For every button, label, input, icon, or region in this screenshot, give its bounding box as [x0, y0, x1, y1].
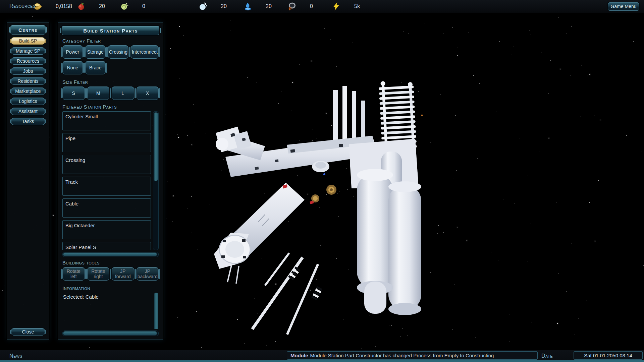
bottom-accent-strip: [0, 360, 644, 362]
sidebar-item-residents[interactable]: Residents: [11, 77, 45, 85]
resource-value: 0: [142, 3, 158, 9]
coins-icon: [34, 2, 42, 11]
category-none-button[interactable]: None: [62, 61, 83, 74]
part-item-crossing[interactable]: Crossing: [62, 155, 151, 174]
resource-counter: 0,0158: [34, 0, 72, 13]
building-tools-label: Buildings tools: [62, 260, 159, 265]
resource-value: 20: [221, 3, 236, 9]
build-station-parts-panel: Build Station Parts Category Filter Powe…: [58, 22, 163, 340]
resource-value: 0,0158: [56, 3, 72, 9]
close-button[interactable]: Close: [11, 328, 45, 336]
category-filter-label: Category Filter: [62, 38, 159, 44]
category-crossing-button[interactable]: Crossing: [108, 45, 128, 59]
parts-list-scrollbar[interactable]: [153, 111, 159, 250]
scrollbar-thumb[interactable]: [154, 112, 158, 181]
centre-panel-header: Centre: [10, 25, 46, 35]
centre-menu: Build SPManage SPResourcesJobsResidentsM…: [11, 37, 45, 128]
energy-icon: [332, 2, 341, 11]
resource-counter: 5k: [332, 0, 370, 13]
building-tools-buttons: Rotate leftRotate rightJP forwardJP back…: [62, 267, 159, 281]
sidebar-item-jobs[interactable]: Jobs: [11, 67, 45, 75]
size-m-button[interactable]: M: [87, 86, 110, 100]
size-s-button[interactable]: S: [62, 86, 85, 100]
part-item-track[interactable]: Track: [62, 177, 151, 196]
resources-label: Resources: [9, 3, 36, 9]
part-item-cable[interactable]: Cable: [62, 198, 151, 218]
message-text: Module Station Part Constructor has chan…: [310, 353, 494, 358]
date-display: Sat 01.01.2050 03:14: [574, 351, 643, 360]
information-scrollbar[interactable]: [154, 293, 158, 329]
centre-panel: Centre Build SPManage SPResourcesJobsRes…: [7, 22, 49, 340]
size-filter-buttons: SMLX: [62, 86, 159, 100]
resource-value: 20: [266, 3, 281, 9]
resource-value: 0: [310, 3, 325, 9]
information-area: Selected: Cable: [62, 293, 159, 329]
parts-list-container: Cylinder SmallPipeCrossingTrackCableBig …: [62, 111, 159, 250]
category-filter-buttons: PowerStorageCrossingInterconnectNoneBrac…: [62, 45, 159, 74]
ore-icon: [288, 2, 297, 11]
resource-counter: 0: [120, 0, 158, 13]
resource-counter: 0: [288, 0, 325, 13]
date-label: Date: [541, 353, 553, 359]
tool-rotate-right-button[interactable]: Rotate right: [87, 267, 110, 281]
bottom-legs: [252, 253, 318, 335]
tool-jp-backward-button[interactable]: JP backward: [137, 267, 159, 281]
part-item-big-octaeder[interactable]: Big Octaeder: [62, 220, 151, 239]
filtered-parts-label: Filtered Station Parts: [62, 104, 159, 110]
part-item-cylinder-small[interactable]: Cylinder Small: [62, 111, 151, 130]
sidebar-item-assistant[interactable]: Assistant: [11, 108, 45, 115]
scrollbar-thumb[interactable]: [63, 252, 157, 256]
sidebar-item-build-sp[interactable]: Build SP: [11, 37, 45, 45]
lower-arm: [214, 183, 305, 284]
tool-jp-forward-button[interactable]: JP forward: [112, 267, 134, 281]
information-label: Information: [62, 285, 159, 291]
category-brace-button[interactable]: Brace: [85, 61, 106, 74]
panel-hscrollbar[interactable]: [62, 330, 159, 336]
category-power-button[interactable]: Power: [62, 45, 83, 59]
apple-icon: [77, 2, 86, 11]
part-item-pipe[interactable]: Pipe: [62, 133, 151, 152]
news-message-box: Module Module Station Part Constructor h…: [287, 351, 538, 360]
storage-tanks: [357, 169, 421, 315]
game-menu-button[interactable]: Game Menu: [608, 2, 639, 11]
message-tag: Module: [290, 353, 308, 358]
scrollbar-thumb[interactable]: [63, 331, 157, 336]
part-item-solar-panel-s[interactable]: Solar Panel S: [62, 242, 151, 250]
sidebar-item-tasks[interactable]: Tasks: [11, 118, 45, 125]
tool-rotate-left-button[interactable]: Rotate left: [62, 267, 85, 281]
top-resource-bar: Resources 0,0158200202005k Game Menu: [0, 0, 644, 13]
size-filter-label: Size Filter: [62, 79, 159, 85]
category-interconnect-button[interactable]: Interconnect: [131, 45, 159, 59]
water-icon: [244, 2, 252, 11]
ice-icon: [199, 2, 207, 11]
sidebar-item-manage-sp[interactable]: Manage SP: [11, 47, 45, 55]
size-l-button[interactable]: L: [112, 86, 134, 100]
sidebar-item-logistics[interactable]: Logistics: [11, 98, 45, 105]
sidebar-item-resources[interactable]: Resources: [11, 57, 45, 65]
resource-counter: 20: [244, 0, 281, 13]
parts-list: Cylinder SmallPipeCrossingTrackCableBig …: [62, 111, 151, 250]
resource-counter: 20: [77, 0, 114, 13]
resource-value: 5k: [354, 3, 370, 9]
sidebar-item-marketplace[interactable]: Marketplace: [11, 87, 45, 95]
size-x-button[interactable]: X: [137, 86, 159, 100]
selected-part-text: Selected: Cable: [62, 293, 159, 301]
resource-counter: 20: [199, 0, 236, 13]
resource-value: 20: [99, 3, 114, 9]
parts-list-hscrollbar[interactable]: [62, 252, 159, 257]
algae-icon: [120, 2, 129, 11]
build-panel-header: Build Station Parts: [62, 26, 159, 35]
category-storage-button[interactable]: Storage: [85, 45, 106, 59]
news-label: News: [9, 353, 22, 359]
